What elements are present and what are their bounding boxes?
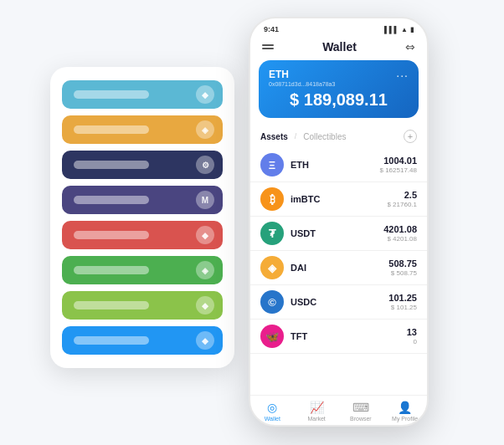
wallet-card-1: ◈ [62, 115, 223, 144]
asset-usd: $ 4201.08 [383, 235, 417, 243]
tab-assets[interactable]: Assets [260, 132, 288, 141]
wallet-card-3: M [62, 186, 223, 214]
wallet-card-icon: M [196, 191, 214, 209]
signal-icon: ▌▌▌ [384, 26, 399, 33]
wallet-card-icon: ◆ [196, 296, 214, 315]
asset-icon-tft: 🦋 [260, 325, 284, 348]
asset-amount: 2.5 [387, 190, 417, 200]
asset-item-tft[interactable]: 🦋 TFT 13 0 [250, 320, 427, 354]
battery-icon: ▮ [410, 26, 414, 33]
asset-icon-usdc: © [260, 290, 284, 314]
asset-values: 508.75 $ 508.75 [388, 258, 417, 277]
asset-usd: $ 21760.1 [387, 201, 417, 208]
nav-icon-1: 📈 [310, 401, 324, 414]
asset-name: imBTC [291, 194, 387, 204]
asset-amount: 13 [407, 327, 417, 337]
asset-usd: $ 101.25 [388, 304, 417, 311]
wallet-card-icon: ◈ [196, 261, 214, 279]
status-icons: ▌▌▌ ▲ ▮ [384, 26, 414, 33]
asset-name: ETH [291, 160, 380, 170]
asset-item-eth[interactable]: Ξ ETH 1004.01 $ 162517.48 [250, 148, 427, 182]
expand-icon[interactable]: ⇔ [405, 40, 415, 54]
asset-name: TFT [291, 331, 407, 341]
background-wallet-cards: ◆ ◈ ⚙ M ◆ ◈ ◆ ◆ [50, 67, 234, 368]
phone-mockup: 9:41 ▌▌▌ ▲ ▮ Wallet ⇔ ETH 0x08711d3d...8… [249, 17, 429, 427]
asset-values: 4201.08 $ 4201.08 [383, 224, 417, 243]
phone-header: Wallet ⇔ [250, 37, 427, 60]
bottom-nav: ◎ Wallet 📈 Market ⌨ Browser 👤 My Profile [250, 395, 427, 425]
eth-address: 0x08711d3d...8418a78a3 [269, 81, 335, 87]
wallet-card-bar [74, 301, 149, 309]
wallet-card-icon: ◆ [196, 331, 214, 350]
page-title: Wallet [322, 40, 357, 54]
wallet-card-7: ◆ [62, 326, 223, 355]
wallet-card-6: ◆ [62, 291, 223, 320]
tab-collectibles[interactable]: Collectibles [303, 132, 346, 141]
menu-icon[interactable] [262, 44, 274, 49]
asset-values: 2.5 $ 21760.1 [387, 190, 417, 208]
nav-item-wallet[interactable]: ◎ Wallet [250, 401, 295, 422]
wallet-card-bar [74, 266, 149, 274]
nav-icon-2: ⌨ [352, 401, 369, 414]
status-bar: 9:41 ▌▌▌ ▲ ▮ [250, 18, 427, 37]
asset-values: 1004.01 $ 162517.48 [380, 156, 418, 174]
add-asset-button[interactable]: + [404, 130, 417, 143]
nav-label: Market [307, 416, 325, 422]
eth-card-label: ETH [269, 69, 335, 80]
wallet-card-bar [74, 196, 149, 204]
asset-usd: 0 [407, 338, 417, 345]
wallet-card-bar [74, 161, 149, 169]
asset-amount: 1004.01 [380, 156, 418, 166]
wallet-card-bar [74, 231, 149, 239]
nav-label: Browser [350, 416, 372, 422]
asset-list: Ξ ETH 1004.01 $ 162517.48 ₿ imBTC 2.5 $ … [250, 148, 427, 395]
asset-name: DAI [291, 263, 388, 273]
nav-item-market[interactable]: 📈 Market [295, 401, 339, 422]
eth-balance-card[interactable]: ETH 0x08711d3d...8418a78a3 ··· $ 189,089… [259, 60, 419, 118]
asset-item-usdc[interactable]: © USDC 101.25 $ 101.25 [250, 285, 427, 320]
wallet-card-icon: ◈ [196, 120, 214, 139]
wallet-card-2: ⚙ [62, 151, 223, 179]
asset-icon-eth: Ξ [260, 153, 284, 176]
nav-label: My Profile [392, 416, 418, 422]
wallet-card-bar [74, 336, 149, 345]
wallet-card-icon: ◆ [196, 226, 214, 244]
nav-label: Wallet [265, 416, 280, 422]
nav-icon-3: 👤 [398, 401, 412, 414]
asset-values: 101.25 $ 101.25 [388, 293, 417, 311]
nav-item-browser[interactable]: ⌨ Browser [339, 401, 383, 422]
wallet-card-0: ◆ [62, 80, 223, 109]
status-time: 9:41 [264, 25, 279, 33]
assets-tabs: Assets / Collectibles [260, 132, 346, 141]
asset-icon-imbtc: ₿ [260, 187, 284, 211]
asset-name: USDT [291, 228, 383, 238]
card-options-icon[interactable]: ··· [396, 69, 409, 82]
asset-usd: $ 508.75 [388, 269, 417, 277]
asset-item-imbtc[interactable]: ₿ imBTC 2.5 $ 21760.1 [250, 182, 427, 217]
wallet-card-bar [74, 125, 149, 134]
wifi-icon: ▲ [401, 26, 408, 33]
asset-item-dai[interactable]: ◈ DAI 508.75 $ 508.75 [250, 251, 427, 285]
asset-amount: 508.75 [388, 258, 417, 269]
assets-header: Assets / Collectibles + [250, 126, 427, 148]
asset-name: USDC [291, 297, 388, 307]
asset-amount: 4201.08 [383, 224, 417, 234]
nav-icon-0: ◎ [267, 401, 277, 414]
eth-amount: $ 189,089.11 [269, 90, 409, 110]
asset-icon-usdt: ₮ [260, 222, 284, 245]
wallet-card-5: ◈ [62, 256, 223, 284]
asset-values: 13 0 [407, 327, 417, 345]
asset-icon-dai: ◈ [260, 256, 284, 279]
wallet-card-bar [74, 90, 149, 99]
asset-amount: 101.25 [388, 293, 417, 303]
nav-item-my-profile[interactable]: 👤 My Profile [383, 401, 427, 422]
asset-item-usdt[interactable]: ₮ USDT 4201.08 $ 4201.08 [250, 217, 427, 251]
asset-usd: $ 162517.48 [380, 166, 418, 174]
wallet-card-icon: ⚙ [196, 156, 214, 174]
wallet-card-4: ◆ [62, 221, 223, 249]
wallet-card-icon: ◆ [196, 85, 214, 104]
